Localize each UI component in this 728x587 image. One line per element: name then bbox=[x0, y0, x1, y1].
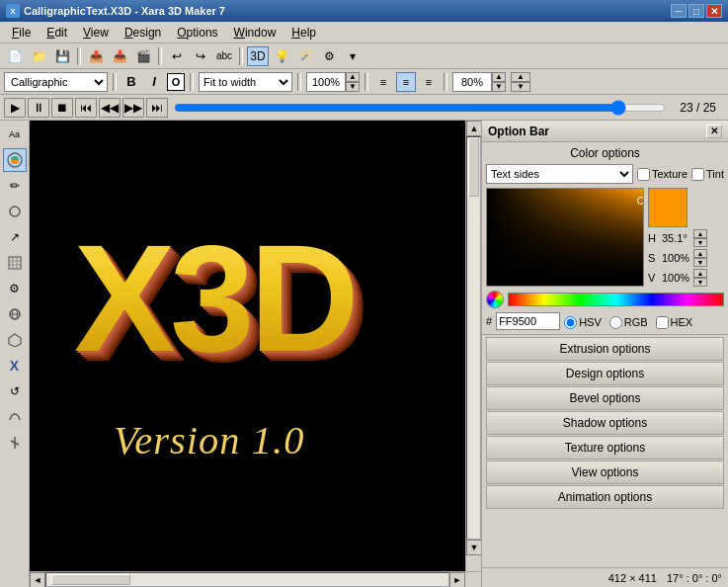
step-back-button[interactable]: ◀◀ bbox=[99, 98, 121, 118]
abc-button[interactable]: abc bbox=[213, 46, 235, 66]
menu-view[interactable]: View bbox=[75, 24, 117, 42]
hue-up-button[interactable]: ▲ bbox=[693, 229, 707, 238]
font-select[interactable]: Calligraphic bbox=[4, 72, 108, 92]
align-right-button[interactable]: ≡ bbox=[419, 72, 439, 92]
hex-checkbox[interactable] bbox=[656, 316, 669, 329]
skip-end-button[interactable]: ⏭ bbox=[146, 98, 168, 118]
maximize-button[interactable]: □ bbox=[688, 4, 704, 18]
hue-bar[interactable] bbox=[508, 293, 724, 306]
tool-rotate[interactable]: ↺ bbox=[3, 379, 27, 403]
hsv-radio-label[interactable]: HSV bbox=[564, 316, 602, 329]
spacing-down-button[interactable]: ▼ bbox=[492, 82, 506, 92]
tool-color[interactable] bbox=[3, 148, 27, 172]
rgb-radio[interactable] bbox=[609, 316, 622, 329]
menu-edit[interactable]: Edit bbox=[39, 24, 75, 42]
close-button[interactable]: ✕ bbox=[706, 4, 722, 18]
tool-text[interactable]: Aa bbox=[3, 123, 27, 146]
animate-button[interactable]: 🎬 bbox=[132, 46, 154, 66]
option-bar-close[interactable]: ✕ bbox=[706, 125, 722, 138]
menu-options[interactable]: Options bbox=[169, 24, 225, 42]
hue-down-button[interactable]: ▼ bbox=[693, 238, 707, 247]
minimize-button[interactable]: ─ bbox=[671, 4, 687, 18]
new-button[interactable]: 📄 bbox=[4, 46, 26, 66]
scroll-up-button[interactable]: ▲ bbox=[466, 121, 482, 136]
color-preview[interactable] bbox=[648, 188, 688, 227]
more-button[interactable]: ▾ bbox=[342, 46, 364, 66]
view-options-button[interactable]: View options bbox=[486, 461, 724, 484]
line-spacing-input[interactable] bbox=[452, 72, 492, 92]
menu-window[interactable]: Window bbox=[226, 24, 284, 42]
italic-button[interactable]: I bbox=[144, 72, 164, 92]
rgb-radio-label[interactable]: RGB bbox=[609, 316, 648, 329]
scroll-left-button[interactable]: ◄ bbox=[30, 572, 45, 587]
scroll-track-v[interactable] bbox=[466, 136, 481, 540]
align-left-button[interactable]: ≡ bbox=[373, 72, 393, 92]
hsv-radio[interactable] bbox=[564, 316, 577, 329]
frame-slider[interactable] bbox=[174, 101, 666, 115]
fit-to-select[interactable]: Fit to width Fit to height No fit bbox=[199, 72, 292, 92]
color-crosshair[interactable] bbox=[637, 197, 644, 205]
tool-globe[interactable] bbox=[3, 302, 27, 326]
extra-up-button[interactable]: ▲ bbox=[511, 72, 530, 82]
scroll-right-button[interactable]: ► bbox=[449, 572, 465, 587]
hex-checkbox-label[interactable]: HEX bbox=[656, 316, 693, 329]
color-part-select[interactable]: Text sides Front face Back face Extrusio… bbox=[486, 164, 633, 184]
texture-options-button[interactable]: Texture options bbox=[486, 436, 724, 460]
zoom-input[interactable] bbox=[306, 72, 346, 92]
val-down-button[interactable]: ▼ bbox=[693, 278, 707, 287]
extra-down-button[interactable]: ▼ bbox=[511, 82, 530, 92]
design-options-button[interactable]: Design options bbox=[486, 362, 724, 385]
animation-options-button[interactable]: Animation options bbox=[486, 485, 724, 509]
scroll-track-h[interactable] bbox=[45, 572, 449, 587]
tool-chisel[interactable] bbox=[3, 431, 27, 455]
tool-warp[interactable] bbox=[3, 405, 27, 429]
scroll-thumb-v[interactable] bbox=[468, 137, 479, 197]
scroll-down-button[interactable]: ▼ bbox=[466, 540, 482, 555]
spacing-up-button[interactable]: ▲ bbox=[492, 72, 506, 82]
texture-checkbox[interactable] bbox=[637, 168, 650, 181]
settings-button[interactable]: ⚙ bbox=[318, 46, 340, 66]
skip-start-button[interactable]: ⏮ bbox=[75, 98, 97, 118]
import-button[interactable]: 📥 bbox=[109, 46, 130, 66]
light-button[interactable]: 💡 bbox=[271, 46, 292, 66]
wand-button[interactable]: 🪄 bbox=[294, 46, 316, 66]
outline-button[interactable]: O bbox=[167, 73, 185, 91]
sat-up-button[interactable]: ▲ bbox=[693, 249, 707, 258]
vertical-scrollbar[interactable]: ▲ ▼ bbox=[465, 121, 481, 571]
zoom-down-button[interactable]: ▼ bbox=[346, 82, 360, 92]
tool-gear[interactable]: ⚙ bbox=[3, 277, 27, 300]
tool-arrow[interactable]: ↗ bbox=[3, 225, 27, 249]
redo-button[interactable]: ↪ bbox=[190, 46, 211, 66]
zoom-up-button[interactable]: ▲ bbox=[346, 72, 360, 82]
undo-button[interactable]: ↩ bbox=[166, 46, 188, 66]
canvas[interactable]: X3D X3D X3D X3D X3D X3D Version 1.0 bbox=[30, 121, 465, 571]
menu-help[interactable]: Help bbox=[283, 24, 324, 42]
horizontal-scrollbar[interactable]: ◄ ► bbox=[30, 571, 481, 587]
texture-checkbox-label[interactable]: Texture bbox=[637, 168, 688, 181]
val-up-button[interactable]: ▲ bbox=[693, 269, 707, 278]
extrusion-options-button[interactable]: Extrusion options bbox=[486, 337, 724, 361]
tool-texture[interactable] bbox=[3, 251, 27, 275]
save-button[interactable]: 💾 bbox=[51, 46, 73, 66]
align-center-button[interactable]: ≡ bbox=[396, 72, 416, 92]
scroll-thumb-h[interactable] bbox=[51, 574, 130, 585]
export-button[interactable]: 📤 bbox=[85, 46, 107, 66]
color-gradient[interactable] bbox=[486, 188, 644, 287]
menu-file[interactable]: File bbox=[4, 24, 39, 42]
tool-x[interactable]: X bbox=[3, 354, 27, 377]
tint-checkbox[interactable] bbox=[691, 168, 704, 181]
bevel-options-button[interactable]: Bevel options bbox=[486, 386, 724, 410]
open-button[interactable]: 📁 bbox=[28, 46, 49, 66]
tool-cube[interactable] bbox=[3, 328, 27, 352]
play-button[interactable]: ▶ bbox=[4, 98, 26, 118]
hex-input[interactable] bbox=[496, 312, 560, 330]
sat-down-button[interactable]: ▼ bbox=[693, 258, 707, 267]
shadow-options-button[interactable]: Shadow options bbox=[486, 411, 724, 435]
stop-button[interactable]: ⏹ bbox=[51, 98, 73, 118]
3d-view-button[interactable]: 3D bbox=[247, 46, 269, 66]
tool-circle[interactable] bbox=[3, 200, 27, 223]
tool-pencil[interactable]: ✏ bbox=[3, 174, 27, 198]
step-forward-button[interactable]: ▶▶ bbox=[122, 98, 144, 118]
pause-button[interactable]: ⏸ bbox=[28, 98, 49, 118]
menu-design[interactable]: Design bbox=[117, 24, 169, 42]
